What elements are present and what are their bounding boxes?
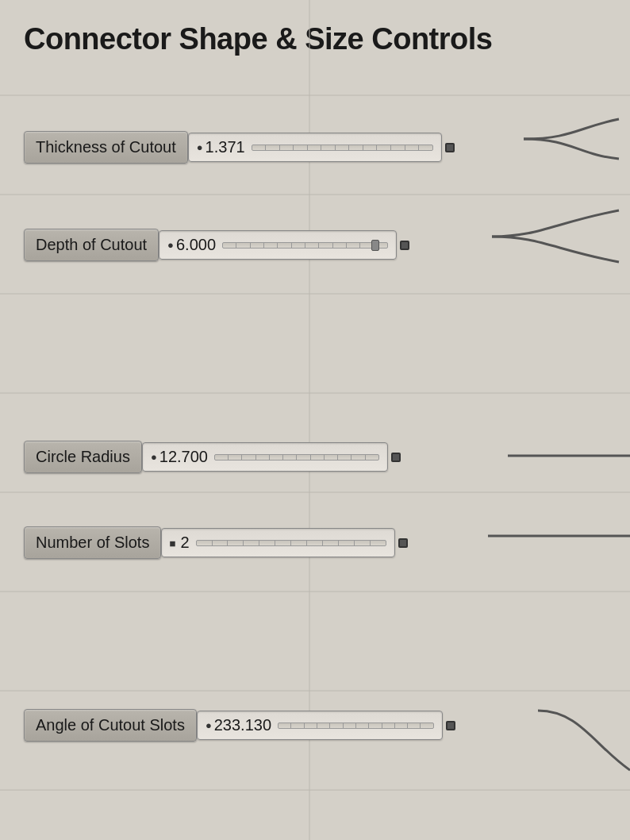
number-slots-value: 2 [180, 534, 189, 552]
thickness-cutout-slider[interactable]: ● 1.371 [188, 133, 442, 162]
angle-slots-slider[interactable]: ● 233.130 [197, 711, 443, 740]
depth-cutout-icon: ● [167, 239, 174, 251]
depth-cutout-track[interactable] [222, 242, 388, 249]
circle-radius-track[interactable] [214, 454, 379, 460]
depth-cutout-slider[interactable]: ● 6.000 [159, 230, 397, 260]
number-slots-track[interactable] [196, 540, 387, 546]
angle-slots-track[interactable] [278, 722, 434, 729]
depth-cutout-value: 6.000 [176, 236, 216, 254]
circle-radius-icon: ● [151, 451, 157, 463]
number-slots-slider[interactable]: ◆ 2 [161, 528, 395, 557]
depth-cutout-output[interactable] [400, 241, 409, 250]
angle-slots-output[interactable] [446, 721, 455, 730]
thickness-cutout-output[interactable] [445, 143, 455, 152]
circle-radius-row: Circle Radius ● 12.700 [24, 441, 401, 473]
thickness-cutout-icon: ● [197, 141, 203, 153]
number-slots-row: Number of Slots ◆ 2 [24, 526, 408, 559]
page-title: Connector Shape & Size Controls [0, 0, 630, 72]
angle-slots-icon: ● [206, 719, 212, 731]
number-slots-icon: ◆ [167, 536, 180, 549]
thickness-cutout-value: 1.371 [206, 138, 245, 156]
angle-slots-value: 233.130 [214, 716, 271, 734]
circle-radius-label: Circle Radius [24, 441, 142, 473]
depth-cutout-label: Depth of Cutout [24, 229, 159, 261]
thickness-cutout-row: Thickness of Cutout ● 1.371 [24, 131, 455, 164]
thickness-cutout-track[interactable] [252, 144, 433, 151]
number-slots-label: Number of Slots [24, 526, 161, 559]
thickness-cutout-label: Thickness of Cutout [24, 131, 188, 164]
circle-radius-output[interactable] [391, 453, 401, 462]
depth-cutout-row: Depth of Cutout ● 6.000 [24, 229, 409, 261]
circle-radius-value: 12.700 [159, 448, 208, 466]
circle-radius-slider[interactable]: ● 12.700 [142, 442, 388, 472]
angle-slots-row: Angle of Cutout Slots ● 233.130 [24, 709, 455, 742]
number-slots-output[interactable] [398, 538, 408, 548]
angle-slots-label: Angle of Cutout Slots [24, 709, 197, 742]
